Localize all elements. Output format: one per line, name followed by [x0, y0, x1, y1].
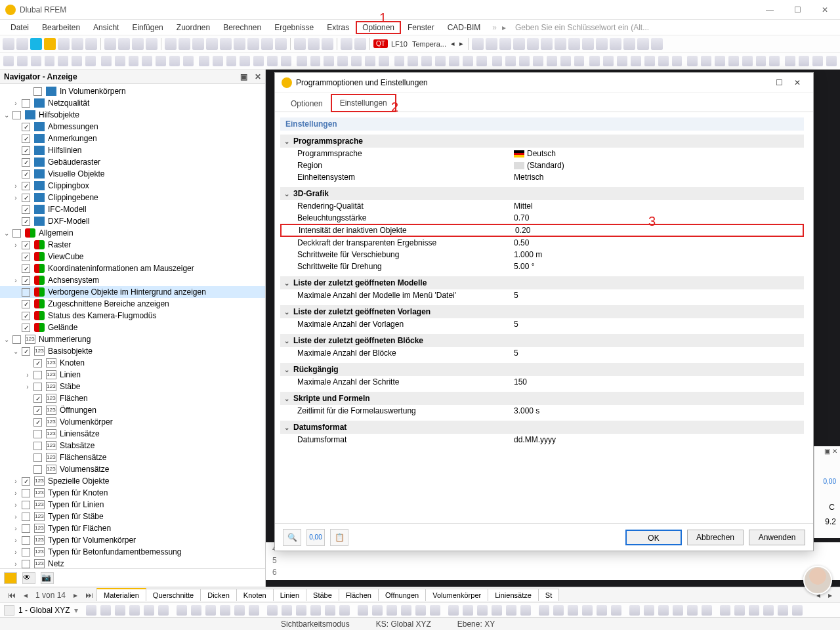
grid-icon[interactable] — [165, 38, 177, 50]
t13-icon[interactable] — [472, 38, 484, 50]
tree-checkbox[interactable] — [33, 87, 42, 96]
tree-item-30[interactable]: 123Stabsätze — [0, 440, 265, 452]
next-icon[interactable]: ▸ — [458, 39, 465, 48]
tb2-30-icon[interactable] — [421, 56, 432, 66]
tree-item-0[interactable]: In Volumenkörpern — [0, 85, 265, 97]
tree-checkbox[interactable] — [22, 536, 30, 545]
tree-checkbox[interactable] — [22, 146, 30, 155]
setting-row-1-3[interactable]: Deckkraft der transparenten Ergebnisse0.… — [280, 237, 804, 249]
t16-icon[interactable] — [513, 38, 525, 50]
tb3-43-icon[interactable] — [734, 605, 745, 616]
undo-icon[interactable] — [132, 38, 144, 50]
tree-checkbox[interactable] — [22, 241, 30, 249]
setting-row-0-0[interactable]: ProgrammspracheDeutsch — [280, 148, 804, 159]
t11-icon[interactable] — [341, 38, 352, 50]
tree-checkbox[interactable] — [33, 406, 42, 415]
tb3-17-icon[interactable] — [339, 605, 350, 616]
setting-value[interactable]: Metrisch — [514, 173, 804, 182]
tb2-59-icon[interactable] — [826, 56, 837, 66]
open-icon[interactable] — [16, 38, 28, 50]
tb3-11-icon[interactable] — [249, 605, 259, 616]
cs-combo[interactable]: 1 - Global XYZ — [18, 606, 70, 615]
setting-value[interactable]: Deutsch — [514, 149, 804, 158]
menu-berechnen[interactable]: Berechnen — [217, 21, 268, 34]
group-head-5[interactable]: ⌄Rückgängig — [280, 363, 804, 376]
setting-row-2-0[interactable]: Maximale Anzahl der Modelle im Menü 'Dat… — [280, 289, 804, 301]
t10-icon[interactable] — [322, 38, 333, 50]
tb2-26-icon[interactable] — [365, 56, 375, 66]
t23-icon[interactable] — [610, 38, 621, 50]
ok-button[interactable]: OK — [625, 530, 682, 545]
tb2-36-icon[interactable] — [505, 56, 516, 66]
cloud-icon[interactable] — [30, 38, 42, 50]
tb3-1-icon[interactable] — [100, 605, 111, 616]
tree-item-21[interactable]: ⌄123Nummerierung — [0, 333, 265, 345]
maximize-button[interactable]: ☐ — [788, 5, 807, 14]
tb3-27-icon[interactable] — [492, 605, 502, 616]
tree-checkbox[interactable] — [33, 359, 42, 368]
bottom-tab-dicken[interactable]: Dicken — [200, 589, 237, 601]
tb3-41-icon[interactable] — [702, 605, 712, 616]
t22-icon[interactable] — [596, 38, 608, 50]
tree-item-4[interactable]: Anmerkungen — [0, 133, 265, 144]
group-head-4[interactable]: ⌄Liste der zuletzt geöffneten Blöcke — [280, 334, 804, 347]
tab-optionen[interactable]: Optionen — [283, 96, 331, 112]
tb3-6-icon[interactable] — [177, 605, 187, 616]
tree-item-26[interactable]: 123Flächen — [0, 392, 265, 404]
tb2-56-icon[interactable] — [785, 56, 795, 66]
bottom-tab-linien[interactable]: Linien — [273, 589, 306, 601]
minimize-button[interactable]: — — [760, 5, 780, 14]
tb2-1-icon[interactable] — [17, 56, 28, 66]
print-icon[interactable] — [85, 38, 97, 50]
tree-item-32[interactable]: 123Volumensätze — [0, 463, 265, 475]
tree-checkbox[interactable] — [22, 276, 30, 285]
tree-checkbox[interactable] — [33, 442, 42, 450]
tree-checkbox[interactable] — [33, 394, 42, 403]
tree-item-23[interactable]: 123Knoten — [0, 357, 265, 369]
tb2-9-icon[interactable] — [129, 56, 139, 66]
setting-row-1-4[interactable]: Schrittweite für Verschiebung1.000 m — [280, 249, 804, 261]
tb2-40-icon[interactable] — [560, 56, 571, 66]
tree-item-10[interactable]: IFC-Modell — [0, 203, 265, 215]
bottom-tab-liniensätze[interactable]: Liniensätze — [488, 589, 539, 601]
tree-item-2[interactable]: ⌄Hilfsobjekte — [0, 109, 265, 121]
tree-checkbox[interactable] — [33, 418, 42, 427]
tree-item-15[interactable]: Koordinateninformationen am Mauszeiger — [0, 262, 265, 274]
tb2-55-icon[interactable] — [769, 56, 780, 66]
tb2-31-icon[interactable] — [435, 56, 446, 66]
tree-item-11[interactable]: DXF-Modell — [0, 215, 265, 227]
setting-row-1-5[interactable]: Schrittweite für Drehung5.00 ° — [280, 261, 804, 272]
t25-icon[interactable] — [637, 38, 649, 50]
setting-value[interactable]: 0.50 — [514, 238, 804, 247]
tree-checkbox[interactable] — [22, 477, 30, 486]
tb2-45-icon[interactable] — [631, 56, 641, 66]
tree-item-5[interactable]: Hilfslinien — [0, 144, 265, 156]
tree-item-8[interactable]: ›Clippingbox — [0, 180, 265, 192]
tree-item-14[interactable]: ViewCube — [0, 251, 265, 262]
tb2-47-icon[interactable] — [658, 56, 669, 66]
tree-checkbox[interactable] — [22, 513, 30, 521]
tb2-20-icon[interactable] — [281, 56, 291, 66]
tb3-39-icon[interactable] — [673, 605, 683, 616]
setting-row-6-0[interactable]: Zeitlimit für die Formelauswertung3.000 … — [280, 405, 804, 417]
group-head-2[interactable]: ⌄Liste der zuletzt geöffneten Modelle — [280, 276, 804, 289]
tb2-21-icon[interactable] — [297, 56, 307, 66]
menu-overflow-icon[interactable]: » — [487, 23, 502, 32]
tb3-19-icon[interactable] — [372, 605, 383, 616]
tb3-37-icon[interactable] — [644, 605, 654, 616]
tb2-10-icon[interactable] — [142, 56, 152, 66]
tb2-57-icon[interactable] — [799, 56, 809, 66]
tb3-46-icon[interactable] — [778, 605, 788, 616]
view-icon[interactable] — [178, 38, 190, 50]
bottom-tab-stäbe[interactable]: Stäbe — [306, 589, 339, 601]
tb3-4-icon[interactable] — [144, 605, 154, 616]
tree-checkbox[interactable] — [22, 300, 30, 308]
tree-item-37[interactable]: ›123Typen für Flächen — [0, 522, 265, 534]
tree-checkbox[interactable] — [22, 560, 30, 568]
menu-optionen[interactable]: Optionen — [356, 21, 401, 34]
tree-item-34[interactable]: ›123Typen für Knoten — [0, 487, 265, 499]
nav-close-icon[interactable]: ✕ — [255, 72, 261, 81]
setting-value[interactable]: 150 — [514, 377, 804, 387]
tree-item-29[interactable]: 123Liniensätze — [0, 428, 265, 440]
tb3-5-icon[interactable] — [158, 605, 169, 616]
